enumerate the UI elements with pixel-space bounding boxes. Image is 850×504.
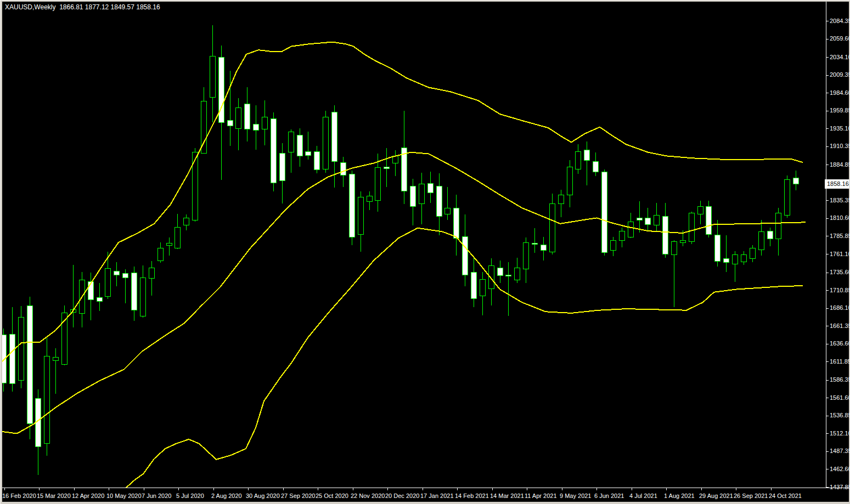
time-tick-label: 2 Aug 2020: [211, 492, 242, 499]
time-tick-label: 26 Sep 2021: [734, 492, 768, 499]
candle-body-bear: [505, 275, 511, 276]
time-tick-label: 22 Nov 2020: [351, 492, 385, 499]
candle-body-bear: [253, 124, 258, 131]
candle-body-bull: [288, 132, 294, 152]
candle-body-bear: [601, 172, 607, 252]
candle-body-bull: [192, 152, 198, 220]
candle-body-bear: [706, 206, 711, 234]
candle-body-bear: [314, 151, 319, 169]
price-chart[interactable]: [1, 1, 850, 504]
candle-body-bear: [662, 217, 668, 254]
candle-body-bear: [767, 231, 773, 239]
candle-body-bull: [262, 117, 267, 129]
price-tick-label: 1437.85: [830, 484, 850, 490]
candle-body-bull: [210, 56, 215, 98]
candle-body-bear: [331, 112, 337, 162]
time-tick-label: 12 Apr 2020: [72, 492, 104, 499]
price-tick-label: 1462.60: [830, 466, 850, 472]
time-tick-label: 24 Oct 2021: [769, 492, 802, 499]
plot-area: [2, 2, 849, 502]
candle-body-bull: [567, 167, 572, 195]
candle-body-bull: [697, 206, 703, 214]
candle-body-bear: [227, 121, 233, 126]
price-tick-label: 2009.35: [830, 71, 850, 78]
candle-body-bull: [619, 231, 624, 240]
price-tick-label: 1636.60: [830, 340, 850, 347]
candle-body-bear: [471, 272, 476, 299]
candle-body-bull: [444, 208, 450, 214]
candle-body-bull: [732, 254, 738, 264]
price-tick-label: 1735.60: [830, 269, 850, 275]
candle-body-bull: [680, 240, 685, 242]
time-tick-label: 4 Jul 2021: [629, 492, 657, 499]
candle-body-bear: [427, 183, 433, 192]
price-tick-label: 1661.35: [830, 322, 850, 329]
price-tick-label: 1785.85: [830, 233, 850, 239]
candle-body-bull: [53, 357, 58, 361]
candle-body-bear: [532, 243, 537, 244]
time-tick-label: 15 Mar 2020: [37, 492, 71, 499]
candle-body-bear: [453, 208, 459, 238]
candle-body-bear: [645, 218, 650, 224]
price-tick-label: 1710.85: [830, 287, 850, 293]
candle-body-bull: [358, 197, 363, 234]
candle-body-bear: [723, 258, 729, 263]
candle-body-bull: [750, 248, 755, 258]
candle-body-bear: [410, 186, 415, 207]
price-tick-label: 1835.35: [830, 197, 850, 203]
time-tick-label: 14 Feb 2021: [455, 492, 489, 499]
candle-body-bear: [793, 178, 798, 184]
candle-body-bull: [174, 228, 180, 248]
price-tick-label: 2084.35: [830, 18, 850, 24]
candle-body-bear: [436, 186, 442, 217]
candle-body-bear: [593, 162, 598, 172]
price-tick-label: 2034.10: [830, 54, 850, 60]
candle-body-bear: [584, 150, 589, 160]
candle-body-bear: [9, 334, 15, 384]
candle-body-bear: [349, 174, 354, 237]
time-tick-label: 14 Mar 2021: [490, 492, 524, 499]
candle-body-bull: [235, 107, 241, 128]
price-tick-label: 2059.60: [830, 35, 850, 42]
chart-window: XAUUSD,Weekly 1866.81 1877.12 1849.57 18…: [0, 0, 850, 504]
time-tick-label: 25 Oct 2020: [316, 492, 348, 499]
candle-body-bull: [671, 242, 677, 255]
candle-body-bear: [714, 235, 720, 261]
price-tick-label: 1984.60: [830, 89, 850, 96]
candle-body-bear: [27, 306, 32, 423]
candle-body-bull: [201, 101, 206, 153]
candle-body-bull: [367, 196, 372, 201]
price-tick-label: 1686.10: [830, 304, 850, 311]
price-tick-label: 1935.10: [830, 125, 850, 132]
time-tick-label: 1 Aug 2021: [664, 492, 695, 499]
time-tick-label: 10 May 2020: [106, 492, 142, 499]
candle-body-bull: [558, 195, 564, 203]
candle-body-bull: [323, 117, 328, 169]
price-tick-label: 1536.85: [830, 412, 850, 418]
time-tick-label: 7 Jun 2020: [142, 492, 171, 499]
price-tick-label: 1561.60: [830, 394, 850, 401]
time-tick-label: 30 Aug 2020: [246, 492, 280, 499]
price-tick-label: 1959.85: [830, 107, 850, 114]
candle-body-bull: [741, 254, 746, 262]
candle-body-bull: [689, 213, 694, 242]
candle-body-bear: [305, 151, 311, 155]
candle-body-bull: [758, 231, 764, 250]
time-tick-label: 27 Sep 2020: [281, 492, 315, 499]
candle-body-bear: [279, 153, 285, 180]
candle-body-bull: [44, 356, 49, 444]
candle-body-bull: [775, 213, 781, 239]
candle-body-bear: [637, 218, 642, 220]
price-tick-label: 1611.85: [830, 358, 850, 365]
candle-body-bull: [149, 268, 154, 279]
candle-body-bull: [523, 242, 528, 269]
price-tick-label: 1810.60: [830, 214, 850, 221]
candle-body-bull: [575, 151, 581, 169]
candle-body-bull: [375, 167, 380, 201]
candle-body-bull: [419, 184, 424, 204]
candle-body-bull: [610, 240, 616, 250]
time-tick-label: 11 Apr 2021: [525, 492, 557, 499]
price-tick-label: 1512.10: [830, 430, 850, 437]
price-tick-label: 1487.35: [830, 448, 850, 454]
candle-body-bull: [157, 248, 163, 261]
